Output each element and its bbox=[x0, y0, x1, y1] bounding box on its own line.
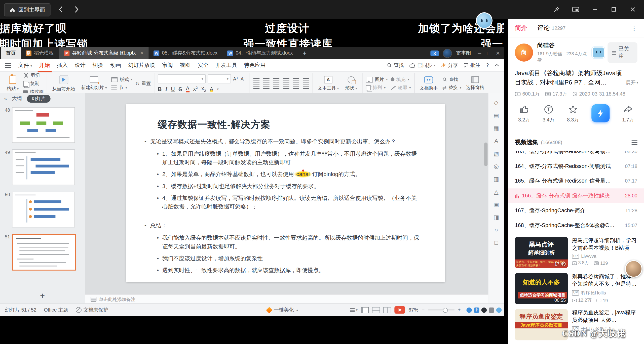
wps-tab-active-doc[interactable]: P谷粒商城-分布式高级-图.pptx✕ bbox=[59, 47, 149, 59]
text-tool-button[interactable]: A文本工具 ▾ bbox=[316, 75, 340, 92]
tab-intro[interactable]: 简介 bbox=[515, 24, 527, 32]
wps-tab-doc2[interactable]: W05、缓存&分布式锁.docx bbox=[149, 47, 222, 59]
tray-icon[interactable] bbox=[481, 307, 487, 313]
font-size-select[interactable]: ▾ bbox=[208, 74, 231, 83]
comment-button[interactable]: 批注 bbox=[464, 62, 480, 69]
wps-close-icon[interactable]: ✕ bbox=[496, 50, 500, 56]
numbering-button[interactable] bbox=[263, 78, 269, 82]
menu-design[interactable]: 设计 bbox=[75, 62, 86, 69]
favorite-button[interactable]: 8.3万 bbox=[567, 104, 579, 124]
close-tab-icon[interactable]: ✕ bbox=[140, 51, 144, 56]
panel-icon[interactable]: ○ bbox=[495, 227, 498, 233]
charge-button[interactable] bbox=[591, 104, 610, 122]
bullets-button[interactable] bbox=[253, 78, 259, 82]
channel-avatar[interactable]: 尚 bbox=[515, 44, 533, 62]
notification-badge[interactable]: 3 bbox=[430, 50, 439, 56]
wps-tab-templates[interactable]: 稻稻壳模板 bbox=[21, 47, 59, 59]
indent-button[interactable] bbox=[283, 78, 289, 82]
more-options-icon[interactable]: ⋮ bbox=[631, 24, 637, 32]
panel-icon[interactable]: △ bbox=[494, 189, 499, 195]
episode-item[interactable]: 165、缓存-分布式锁-Redisson-信号量…07:17 bbox=[508, 174, 644, 189]
zoom-slider-knob[interactable] bbox=[443, 308, 448, 313]
doc-assistant-button[interactable]: 文档助手 bbox=[418, 75, 440, 92]
wps-tab-doc3[interactable]: W04、性能与压力测试.docx bbox=[222, 47, 298, 59]
bold-button[interactable]: B bbox=[158, 86, 162, 92]
panel-icon[interactable]: ◨ bbox=[494, 214, 499, 220]
line-spacing-button[interactable] bbox=[293, 78, 299, 82]
font-name-select[interactable]: ▾ bbox=[158, 74, 206, 83]
tray-icon[interactable] bbox=[489, 307, 494, 313]
align-left-button[interactable] bbox=[253, 84, 259, 89]
coin-button[interactable]: 3.4万 bbox=[543, 104, 554, 124]
outline-button[interactable]: 轮廓 ▾ bbox=[391, 84, 411, 91]
highlight-button[interactable]: A bbox=[210, 87, 213, 92]
playlist-view-toggle-icon[interactable] bbox=[632, 140, 637, 145]
slideshow-play-button[interactable] bbox=[394, 306, 405, 314]
style-menu-button[interactable]: ▾ bbox=[350, 308, 358, 312]
menu-file[interactable]: 文件 ▾ bbox=[18, 62, 32, 69]
episode-item[interactable]: 168、缓存-SpringCache-整合&体验@C…15:07 bbox=[508, 218, 644, 233]
selection-pane-button[interactable]: 选择窗格 bbox=[464, 75, 486, 92]
justify-button[interactable] bbox=[283, 84, 289, 89]
slide-canvas[interactable]: 缓存数据一致性-解决方案 无论是双写模式还是失效模式，都会导致缓存的不一致问题。… bbox=[85, 93, 488, 295]
menu-start[interactable]: 开始 bbox=[39, 62, 50, 69]
recommended-card[interactable]: 黑马点评 超详细剖析 技术点、业务逻辑、细节、测试 全方位多角度剖析 细致讲解！… bbox=[515, 237, 637, 268]
slide-thumbnail-51[interactable]: 51 bbox=[0, 231, 85, 274]
find-button[interactable]: 查找 bbox=[387, 62, 404, 69]
new-slide-button[interactable]: 新建幻灯片 ▾ bbox=[80, 75, 108, 92]
canvas-scrollbar[interactable] bbox=[484, 142, 487, 166]
sync-status[interactable]: 已同步▾ bbox=[409, 62, 436, 69]
panel-icon[interactable]: A bbox=[494, 138, 498, 144]
ime-icon[interactable]: 中 bbox=[474, 307, 479, 313]
zoom-in-button[interactable]: + bbox=[458, 307, 461, 313]
collapse-panel-icon[interactable]: « bbox=[4, 96, 7, 101]
protect-status[interactable]: 文档未保护 bbox=[75, 307, 108, 314]
italic-button[interactable]: I bbox=[165, 86, 167, 92]
reading-view-button[interactable] bbox=[383, 307, 391, 313]
channel-info[interactable]: 尚硅谷 161.9万粉丝 · 238.4万点赞 bbox=[537, 42, 588, 63]
slide-sorter-view-button[interactable] bbox=[372, 307, 380, 313]
outline-tab[interactable]: 大纲 bbox=[12, 95, 22, 102]
outdent-button[interactable] bbox=[273, 78, 279, 82]
panel-icon[interactable]: □ bbox=[495, 240, 498, 245]
copy-button[interactable]: 复制 bbox=[23, 80, 44, 87]
text-direction-button[interactable] bbox=[303, 78, 309, 82]
beautify-button[interactable]: 一键美化 ▴ bbox=[267, 304, 298, 316]
video-player[interactable]: 数据库就好了呗 过度设计 加锁了为啥还会脏 过期时间加上读写锁 强一致性直接读库… bbox=[0, 19, 504, 344]
picture-button[interactable]: 图片 ▾ bbox=[366, 76, 388, 82]
wps-minimize-icon[interactable]: ─ bbox=[478, 50, 481, 56]
layout-button[interactable]: 版式 ▾ bbox=[111, 76, 133, 82]
panel-icon[interactable]: ▦ bbox=[494, 125, 499, 131]
subscript-button[interactable]: x2 bbox=[201, 85, 206, 93]
panel-icon[interactable]: ▥ bbox=[494, 176, 499, 182]
panel-icon[interactable]: ▧ bbox=[494, 151, 499, 156]
ribbon-find-button[interactable]: 查找 bbox=[442, 76, 462, 82]
add-slide-button[interactable]: + bbox=[0, 291, 85, 300]
tray-icon[interactable] bbox=[466, 307, 472, 313]
mini-window-icon[interactable] bbox=[571, 5, 580, 14]
panel-icon[interactable]: ◎ bbox=[494, 163, 499, 169]
recommended-card[interactable]: 知道的人不多 但特适合学习的商城项目 00:55 别再卷谷粒商城了，推荐一个知道… bbox=[515, 273, 637, 304]
menu-slideshow[interactable]: 幻灯片放映 bbox=[128, 62, 155, 69]
episode-item[interactable]: 164、缓存-分布式锁-Redisson-闭锁测试07:18 bbox=[508, 159, 644, 174]
tray-icon[interactable] bbox=[496, 307, 502, 313]
slide-thumbnail-49[interactable]: 49 bbox=[0, 146, 85, 188]
wps-user-name[interactable]: 雷丰阳 bbox=[456, 50, 471, 57]
slide-thumbnail-48[interactable]: 48 bbox=[0, 104, 85, 146]
hamburger-icon[interactable] bbox=[5, 63, 11, 68]
zoom-slider[interactable] bbox=[428, 310, 454, 310]
share-button[interactable]: 1.7万 bbox=[622, 104, 634, 124]
zoom-out-button[interactable]: − bbox=[422, 307, 425, 313]
wps-user-avatar[interactable] bbox=[443, 49, 452, 58]
menu-animation[interactable]: 动画 bbox=[110, 62, 121, 69]
cut-button[interactable]: 剪切 bbox=[23, 72, 44, 78]
slides-tab[interactable]: 幻灯片 bbox=[27, 95, 50, 102]
share-button[interactable]: 分享 bbox=[441, 62, 458, 69]
nav-back-button[interactable] bbox=[55, 5, 66, 14]
distribute-button[interactable] bbox=[293, 84, 299, 89]
underline-button[interactable]: U bbox=[171, 86, 175, 92]
columns-button[interactable] bbox=[303, 84, 309, 89]
wps-maximize-icon[interactable]: □ bbox=[487, 50, 490, 56]
align-center-button[interactable] bbox=[263, 84, 269, 89]
panel-icon[interactable]: ◇ bbox=[494, 100, 499, 106]
